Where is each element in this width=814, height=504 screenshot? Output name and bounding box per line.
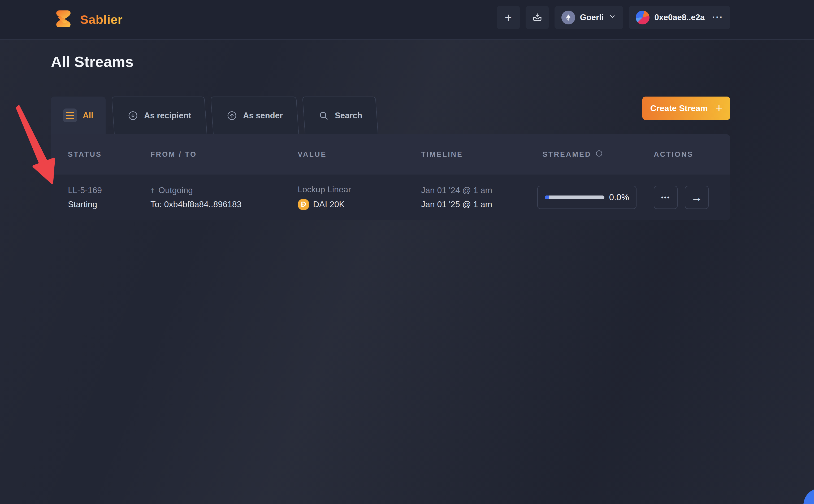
create-stream-button[interactable]: Create Stream +: [642, 97, 730, 120]
cell-timeline: Jan 01 '24 @ 1 am Jan 01 '25 @ 1 am: [421, 175, 492, 220]
header-timeline: TIMELINE: [421, 150, 463, 159]
stream-amount: DAI 20K: [313, 199, 345, 209]
dai-token-icon: Ɖ: [298, 199, 309, 210]
brand-name: Sablier: [80, 12, 123, 27]
search-icon: [318, 110, 329, 121]
wallet-avatar: [636, 11, 650, 24]
streamed-percent: 0.0%: [609, 192, 629, 202]
tab-as-sender-label: As sender: [243, 111, 283, 120]
streams-table: STATUS FROM / TO VALUE TIMELINE STREAMED…: [51, 134, 730, 220]
header-from-to: FROM / TO: [150, 150, 197, 159]
topbar-actions: + Goer: [497, 6, 730, 29]
tab-as-sender[interactable]: As sender: [210, 97, 299, 134]
ellipsis-icon: •••: [661, 194, 670, 201]
stream-end: Jan 01 '25 @ 1 am: [421, 199, 492, 209]
ethereum-icon: [561, 11, 575, 24]
wallet-button[interactable]: 0xe0ae8..e2a ···: [629, 6, 730, 29]
topbar: Sablier +: [0, 0, 814, 40]
arrow-down-circle-icon: [128, 110, 138, 121]
tab-as-recipient[interactable]: As recipient: [111, 97, 207, 134]
cell-value: Lockup Linear Ɖ DAI 20K: [298, 175, 351, 220]
progress-track: [545, 195, 604, 199]
chevron-down-icon: [608, 12, 616, 23]
row-open-button[interactable]: →: [685, 186, 709, 209]
sablier-app: Sablier +: [0, 0, 814, 504]
header-streamed: STREAMED: [543, 150, 603, 159]
header-actions: ACTIONS: [654, 150, 694, 159]
plus-icon: +: [716, 103, 722, 114]
red-annotation-arrow: [0, 0, 814, 504]
info-icon[interactable]: [595, 150, 603, 159]
progress-fill: [545, 195, 549, 199]
arrow-up-circle-icon: [227, 110, 237, 121]
cell-from-to: ↑ Outgoing To: 0xb4bf8a84..896183: [150, 175, 241, 220]
wallet-menu-icon: ···: [712, 15, 723, 20]
chat-icon: [811, 502, 814, 504]
tab-all-label: All: [83, 111, 93, 120]
sablier-hourglass-icon: [53, 7, 74, 31]
sablier-logo[interactable]: Sablier: [53, 7, 123, 31]
list-icon: [63, 108, 77, 122]
stream-recipient: To: 0xb4bf8a84..896183: [150, 199, 241, 209]
table-row[interactable]: LL-5-169 Starting ↑ Outgoing To: 0xb4bf8…: [51, 175, 730, 220]
arrow-right-icon: →: [691, 191, 703, 204]
tab-search-label: Search: [335, 111, 362, 120]
header-status: STATUS: [68, 150, 102, 159]
inbox-button[interactable]: [526, 6, 549, 29]
cell-status: LL-5-169 Starting: [68, 175, 102, 220]
plus-icon: +: [505, 11, 512, 24]
stream-start: Jan 01 '24 @ 1 am: [421, 185, 492, 195]
wallet-address: 0xe0ae8..e2a: [654, 13, 705, 22]
stream-type: Lockup Linear: [298, 185, 351, 194]
new-stream-button[interactable]: +: [497, 6, 520, 29]
network-selector[interactable]: Goerli: [555, 6, 624, 29]
stream-status: Starting: [68, 199, 102, 209]
tab-all[interactable]: All: [51, 97, 106, 134]
header-streamed-label: STREAMED: [543, 150, 591, 159]
tab-search[interactable]: Search: [302, 97, 378, 134]
tab-as-recipient-label: As recipient: [144, 111, 191, 120]
outgoing-arrow-icon: ↑: [150, 185, 155, 195]
stream-filter-tabs: All As recipient As sender: [51, 97, 376, 134]
inbox-icon: [532, 12, 543, 24]
page-title: All Streams: [51, 53, 133, 70]
create-stream-label: Create Stream: [650, 103, 708, 113]
streamed-progress: 0.0%: [537, 186, 637, 209]
chat-bubble-button[interactable]: [803, 488, 814, 504]
row-menu-button[interactable]: •••: [654, 186, 678, 209]
streams-table-header: STATUS FROM / TO VALUE TIMELINE STREAMED…: [51, 134, 730, 175]
header-value: VALUE: [298, 150, 327, 159]
stream-direction: Outgoing: [158, 185, 193, 195]
network-name: Goerli: [580, 13, 604, 22]
stream-id: LL-5-169: [68, 185, 102, 195]
